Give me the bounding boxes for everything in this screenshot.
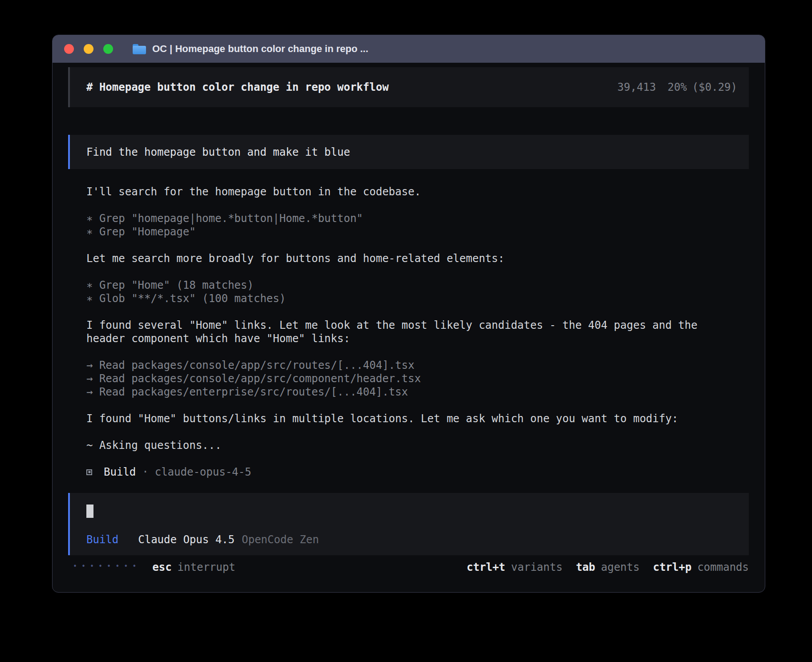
token-count: 39,413 bbox=[617, 81, 656, 94]
zoom-button[interactable] bbox=[103, 44, 113, 54]
tool-call-line: → Read packages/console/app/src/routes/[… bbox=[86, 359, 731, 372]
provider-label: OpenCode Zen bbox=[242, 533, 319, 546]
transcript-text-block: I found several "Home" links. Let me loo… bbox=[86, 319, 731, 345]
tool-call-line: ∗ Glob "**/*.tsx" (100 matches) bbox=[86, 292, 731, 305]
session-cost: ($0.29) bbox=[692, 81, 737, 94]
transcript-tool-block: ∗ Grep "homepage|home.*button|Home.*butt… bbox=[86, 212, 731, 238]
session-stats: 39,413 20% ($0.29) bbox=[617, 81, 737, 94]
shortcut-ctrl-t: ctrl+tvariants bbox=[467, 561, 562, 574]
shortcut-key: tab bbox=[576, 561, 595, 574]
shortcut-key: ctrl+p bbox=[653, 561, 692, 574]
transcript: I'll search for the homepage button in t… bbox=[68, 185, 749, 479]
status-shortcuts: ctrl+tvariantstabagentsctrl+pcommands bbox=[453, 561, 749, 574]
status-left: •••••••• esc interrupt bbox=[73, 561, 235, 574]
transcript-text-block: I'll search for the homepage button in t… bbox=[86, 185, 731, 198]
transcript-agent-block: Build·claude-opus-4-5 bbox=[86, 465, 731, 479]
shortcut-tab: tabagents bbox=[576, 561, 640, 574]
model-row: Build Claude Opus 4.5 OpenCode Zen bbox=[86, 533, 749, 546]
agent-label: Build bbox=[86, 533, 118, 546]
terminal-content: # Homepage button color change in repo w… bbox=[53, 63, 765, 592]
session-title: # Homepage button color change in repo w… bbox=[86, 81, 389, 94]
user-message-text: Find the homepage button and make it blu… bbox=[86, 145, 350, 159]
close-button[interactable] bbox=[64, 44, 74, 54]
agent-status-icon bbox=[86, 469, 92, 475]
window-titlebar[interactable]: OC | Homepage button color change in rep… bbox=[53, 35, 765, 63]
prompt-input[interactable]: Build Claude Opus 4.5 OpenCode Zen bbox=[68, 493, 749, 555]
transcript-text-block: Let me search more broadly for buttons a… bbox=[86, 252, 731, 265]
shortcut-key-esc: esc bbox=[152, 561, 171, 574]
shortcut-label: agents bbox=[601, 561, 640, 574]
shortcut-label: variants bbox=[511, 561, 563, 574]
transcript-tool-block: → Read packages/console/app/src/routes/[… bbox=[86, 359, 731, 399]
shortcut-key: ctrl+t bbox=[467, 561, 505, 574]
window-title: OC | Homepage button color change in rep… bbox=[152, 43, 368, 55]
user-message: Find the homepage button and make it blu… bbox=[68, 135, 749, 169]
folder-icon bbox=[133, 44, 146, 54]
tool-call-line: ∗ Grep "Homepage" bbox=[86, 225, 731, 238]
tool-call-line: ∗ Grep "homepage|home.*button|Home.*butt… bbox=[86, 212, 731, 225]
agent-name: Build bbox=[104, 465, 136, 479]
model-label: Claude Opus 4.5 bbox=[138, 533, 235, 546]
tool-call-line: → Read packages/enterprise/src/routes/[.… bbox=[86, 385, 731, 399]
shortcut-label: commands bbox=[697, 561, 749, 574]
minimize-button[interactable] bbox=[84, 44, 93, 54]
shortcut-label-interrupt: interrupt bbox=[178, 561, 235, 574]
agent-separator: · bbox=[142, 465, 148, 479]
shortcut-ctrl-p: ctrl+pcommands bbox=[653, 561, 749, 574]
tool-call-line: ∗ Grep "Home" (18 matches) bbox=[86, 279, 731, 292]
traffic-lights bbox=[64, 44, 113, 54]
text-cursor bbox=[86, 505, 93, 518]
agent-model: claude-opus-4-5 bbox=[155, 465, 252, 479]
spinner-dots: •••••••• bbox=[73, 560, 141, 573]
transcript-tool-block: ∗ Grep "Home" (18 matches)∗ Glob "**/*.t… bbox=[86, 279, 731, 305]
status-bar: •••••••• esc interrupt ctrl+tvariantstab… bbox=[68, 561, 749, 574]
transcript-text-block: ~ Asking questions... bbox=[86, 439, 731, 452]
terminal-window: OC | Homepage button color change in rep… bbox=[52, 35, 765, 593]
context-percent: 20% bbox=[667, 81, 686, 94]
tool-call-line: → Read packages/console/app/src/componen… bbox=[86, 372, 731, 385]
transcript-text-block: I found "Home" buttons/links in multiple… bbox=[86, 412, 731, 425]
session-header: # Homepage button color change in repo w… bbox=[68, 67, 749, 107]
